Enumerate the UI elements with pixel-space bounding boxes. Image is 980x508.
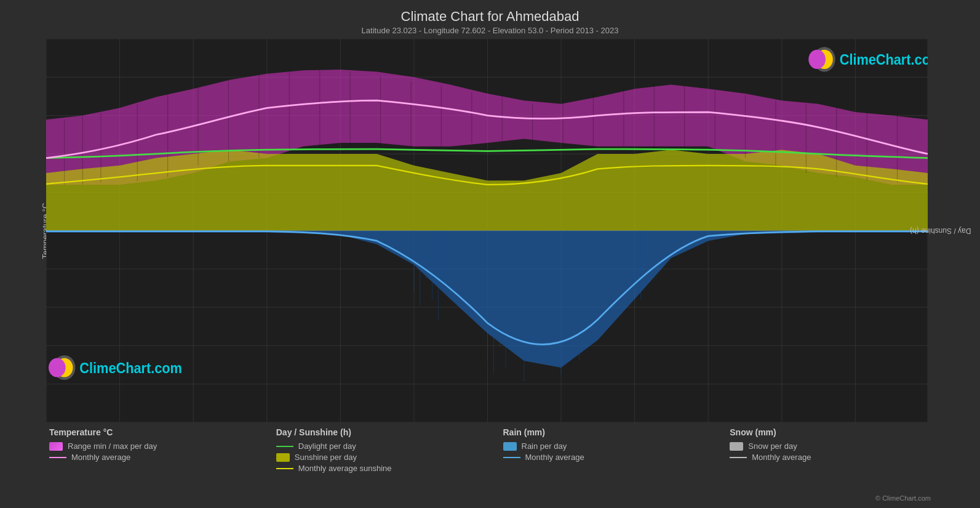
- legend-snow: Snow (mm) Snow per day Monthly average: [730, 427, 955, 490]
- legend-rain-swatch: [503, 442, 517, 451]
- legend-temp-title: Temperature °C: [49, 427, 275, 437]
- legend-area: Temperature °C Range min / max per day M…: [12, 422, 968, 493]
- chart-svg: 50 40 30 20 10 0 -10 -20 -30 -40 -50 24 …: [46, 39, 928, 422]
- y-axis-left: Temperature °C: [12, 39, 46, 422]
- legend-sunshine-title: Day / Sunshine (h): [276, 427, 502, 437]
- chart-area: Temperature °C: [12, 39, 968, 422]
- chart-title: Climate Chart for Ahmedabad: [12, 9, 968, 25]
- legend-snow-swatch: [730, 442, 743, 451]
- chart-main: 50 40 30 20 10 0 -10 -20 -30 -40 -50 24 …: [46, 39, 928, 422]
- legend-snow-day-label: Snow per day: [748, 441, 797, 451]
- legend-rain-avg-label: Monthly average: [525, 453, 584, 462]
- legend-sunshine-avg: Monthly average sunshine: [276, 464, 502, 473]
- legend-temp: Temperature °C Range min / max per day M…: [49, 427, 275, 490]
- legend-temp-avg-line: [49, 457, 66, 458]
- legend-sunshine-avg-line: [276, 468, 293, 469]
- legend-sunshine: Day / Sunshine (h) Daylight per day Suns…: [276, 427, 502, 490]
- svg-point-115: [808, 50, 826, 69]
- legend-sunshine-day-label: Sunshine per day: [295, 453, 357, 462]
- y-axis-right: Day / Sunshine (h): [928, 39, 968, 422]
- legend-sunshine-avg-label: Monthly average sunshine: [298, 464, 392, 473]
- legend-daylight-line: [276, 446, 293, 447]
- legend-temp-range-swatch: [49, 442, 63, 451]
- legend-rain-day: Rain per day: [503, 441, 729, 451]
- legend-snow-avg-line: [730, 457, 747, 458]
- svg-text:ClimeChart.com: ClimeChart.com: [79, 360, 182, 376]
- legend-temp-avg: Monthly average: [49, 453, 275, 462]
- svg-text:ClimeChart.com: ClimeChart.com: [840, 51, 928, 68]
- chart-subtitle: Latitude 23.023 - Longitude 72.602 - Ele…: [12, 26, 968, 35]
- svg-point-119: [49, 358, 66, 377]
- legend-rain-day-label: Rain per day: [522, 441, 567, 451]
- page-container: Climate Chart for Ahmedabad Latitude 23.…: [0, 0, 980, 508]
- legend-snow-day: Snow per day: [730, 441, 955, 451]
- legend-temp-avg-label: Monthly average: [71, 453, 130, 462]
- copyright: © ClimeChart.com: [12, 494, 968, 502]
- legend-daylight-label: Daylight per day: [298, 441, 356, 451]
- legend-daylight: Daylight per day: [276, 441, 502, 451]
- legend-rain-avg-line: [503, 457, 520, 458]
- legend-temp-range: Range min / max per day: [49, 441, 275, 451]
- legend-rain: Rain (mm) Rain per day Monthly average: [503, 427, 729, 490]
- legend-temp-range-label: Range min / max per day: [68, 441, 157, 451]
- legend-rain-avg: Monthly average: [503, 453, 729, 462]
- legend-snow-avg-label: Monthly average: [752, 453, 811, 462]
- legend-rain-title: Rain (mm): [503, 427, 729, 437]
- legend-snow-title: Snow (mm): [730, 427, 955, 437]
- legend-sunshine-swatch: [276, 453, 290, 462]
- legend-sunshine-day: Sunshine per day: [276, 453, 502, 462]
- legend-snow-avg: Monthly average: [730, 453, 955, 462]
